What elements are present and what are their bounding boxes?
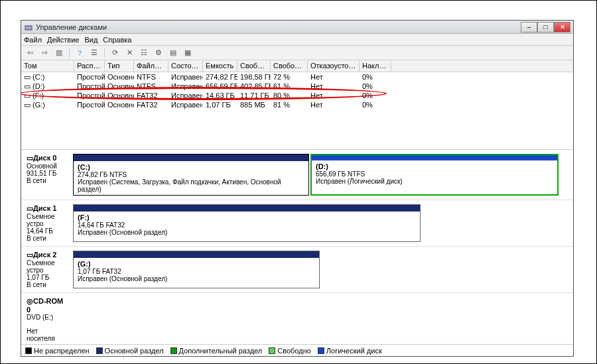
- partition-header: [74, 251, 319, 258]
- app-icon: [24, 23, 33, 32]
- col-layout[interactable]: Располо...: [74, 60, 105, 72]
- close-button[interactable]: ✕: [554, 22, 570, 32]
- vol-cell: ▭ (G:): [21, 101, 74, 109]
- grid-filler: [21, 109, 573, 149]
- grid-body: ▭ (C:) Простой Основной NTFS Исправен...…: [21, 72, 573, 149]
- table-row[interactable]: ▭ (F:) Простой Основной FAT32 Исправен..…: [21, 91, 573, 100]
- disk-1-row[interactable]: ▭Диск 1 Съемное устро 14,64 ГБ В сети (F…: [21, 200, 573, 247]
- disk-icon: ▭: [27, 204, 33, 212]
- col-fs[interactable]: Файловая с...: [134, 60, 168, 72]
- legend-swatch-unalloc: [25, 347, 32, 354]
- disk-label: ▭Диск 0 Основной 931,51 ГБ В сети: [24, 152, 70, 197]
- cdrom-icon: ◎: [27, 297, 33, 305]
- col-volume[interactable]: Том: [21, 60, 74, 72]
- list-icon[interactable]: ☰: [88, 47, 100, 59]
- detail-icon[interactable]: ▤: [167, 47, 179, 59]
- disk-management-window: Управление дисками – □ ✕ Файл Действие В…: [21, 20, 574, 357]
- legend-swatch-primary: [96, 347, 103, 354]
- disk-0-row[interactable]: ▭Диск 0 Основной 931,51 ГБ В сети (C:) 2…: [21, 150, 573, 200]
- disk-label: ▭Диск 2 Съемное устро 1,07 ГБ В сети: [24, 249, 70, 290]
- col-fault[interactable]: Отказоустойчиво...: [308, 60, 360, 72]
- vol-cell: ▭ (D:): [21, 82, 74, 91]
- partition-header: [74, 205, 420, 212]
- refresh-icon[interactable]: ⟳: [109, 47, 121, 59]
- graphic-icon[interactable]: ▦: [182, 47, 194, 59]
- grid-header: Том Располо... Тип Файловая с... Состоян…: [21, 60, 573, 72]
- partition-header: [312, 155, 557, 160]
- partition-d[interactable]: (D:) 656,69 ГБ NTFS Исправен (Логический…: [310, 154, 559, 196]
- disk-label: ◎CD-ROM 0 DVD (E:) Нет носителя: [24, 296, 70, 343]
- forward-icon[interactable]: ⇨: [38, 47, 50, 59]
- legend-swatch-free: [269, 347, 275, 354]
- back-icon[interactable]: ⇦: [24, 47, 36, 59]
- up-icon[interactable]: ▥: [53, 47, 65, 59]
- toolbar-separator: [104, 48, 105, 58]
- col-free[interactable]: Свобод...: [237, 60, 271, 72]
- menubar: Файл Действие Вид Справка: [21, 34, 573, 46]
- disk-0-strip: (C:) 274,82 ГБ NTFS Исправен (Система, З…: [70, 152, 561, 197]
- partition-c[interactable]: (C:) 274,82 ГБ NTFS Исправен (Система, З…: [73, 154, 309, 196]
- minimize-button[interactable]: –: [521, 22, 537, 32]
- table-row[interactable]: ▭ (G:) Простой Основной FAT32 Исправен..…: [21, 100, 573, 109]
- toolbar: ⇦ ⇨ ▥ ? ☰ ⟳ ✕ ☷ ⚙ ▤ ▦: [21, 46, 573, 60]
- menu-action[interactable]: Действие: [47, 36, 79, 44]
- props-icon[interactable]: ☷: [138, 47, 150, 59]
- legend-swatch-extended: [170, 347, 177, 354]
- delete-icon[interactable]: ✕: [123, 47, 135, 59]
- partition-g[interactable]: (G:) 1,07 ГБ FAT32 Исправен (Основной ра…: [73, 251, 320, 288]
- partition-header: [74, 154, 308, 161]
- col-freepct[interactable]: Свободно %: [271, 60, 308, 72]
- col-status[interactable]: Состояние: [168, 60, 203, 72]
- disk-layout-area: ▭Диск 0 Основной 931,51 ГБ В сети (C:) 2…: [21, 149, 573, 344]
- window-title: Управление дисками: [36, 23, 521, 31]
- svg-rect-0: [25, 26, 32, 30]
- drive-icon: ▭: [24, 73, 31, 81]
- table-row[interactable]: ▭ (D:) Простой Основной NTFS Исправен...…: [21, 82, 573, 91]
- help-icon[interactable]: ?: [74, 47, 86, 59]
- partition-f[interactable]: (F:) 14,64 ГБ FAT32 Исправен (Основной р…: [73, 204, 421, 242]
- drive-icon: ▭: [24, 91, 31, 99]
- col-type[interactable]: Тип: [105, 60, 134, 72]
- content-area: Том Располо... Тип Файловая с... Состоян…: [21, 60, 573, 356]
- toolbar-separator: [69, 48, 70, 58]
- volume-grid: Том Располо... Тип Файловая с... Состоян…: [21, 60, 573, 149]
- disk-2-row[interactable]: ▭Диск 2 Съемное устро 1,07 ГБ В сети (G:…: [21, 247, 573, 293]
- titlebar[interactable]: Управление дисками – □ ✕: [21, 21, 573, 34]
- maximize-button[interactable]: □: [537, 22, 554, 32]
- menu-view[interactable]: Вид: [84, 36, 98, 44]
- legend-swatch-logical: [318, 347, 324, 354]
- settings-icon[interactable]: ⚙: [153, 47, 165, 59]
- disk-icon: ▭: [27, 154, 33, 162]
- vol-cell: ▭ (C:): [21, 73, 74, 82]
- disk-1-strip: (F:) 14,64 ГБ FAT32 Исправен (Основной р…: [70, 203, 423, 243]
- cdrom-row[interactable]: ◎CD-ROM 0 DVD (E:) Нет носителя: [21, 293, 573, 344]
- col-capacity[interactable]: Емкость: [203, 60, 237, 72]
- disk-2-strip: (G:) 1,07 ГБ FAT32 Исправен (Основной ра…: [70, 249, 322, 290]
- drive-icon: ▭: [24, 101, 31, 109]
- disk-label: ▭Диск 1 Съемное устро 14,64 ГБ В сети: [24, 203, 70, 243]
- menu-file[interactable]: Файл: [24, 36, 42, 44]
- legend: Не распределен Основной раздел Дополните…: [21, 344, 573, 356]
- col-overhead[interactable]: Накладн...: [360, 60, 391, 72]
- drive-icon: ▭: [24, 82, 31, 90]
- vol-cell: ▭ (F:): [21, 91, 74, 100]
- menu-help[interactable]: Справка: [103, 36, 131, 44]
- table-row[interactable]: ▭ (C:) Простой Основной NTFS Исправен...…: [21, 72, 573, 82]
- disk-icon: ▭: [27, 251, 33, 259]
